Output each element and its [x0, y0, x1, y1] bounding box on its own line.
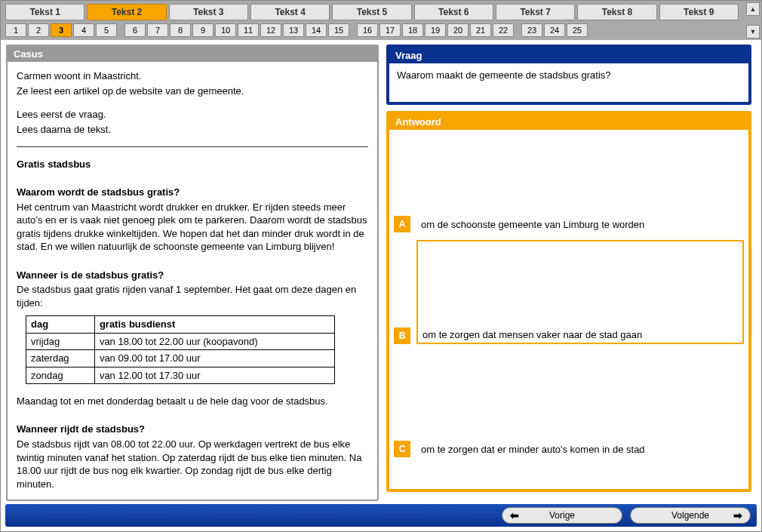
vraag-panel: Vraag Waarom maakt de gemeente de stadsb…	[386, 45, 751, 105]
article-heading: Waarom wordt de stadsbus gratis?	[17, 186, 180, 198]
num-tab[interactable]: 21	[470, 23, 491, 37]
content-area: Casus Carmen woont in Maastricht. Ze lee…	[1, 40, 761, 492]
prev-button[interactable]: ⬅ Vorige	[502, 507, 622, 524]
table-cell: van 09.00 tot 17.00 uur	[94, 350, 334, 367]
casus-body: Carmen woont in Maastricht. Ze leest een…	[8, 62, 377, 500]
num-tab[interactable]: 23	[521, 23, 542, 37]
num-tab[interactable]: 22	[493, 23, 514, 37]
article-paragraph: De stadsbus rijdt van 08.00 tot 22.00 uu…	[17, 438, 368, 490]
num-tab[interactable]: 17	[379, 23, 401, 37]
casus-text: Ze leest een artikel op de website van d…	[17, 85, 368, 98]
app-window: Tekst 1 Tekst 2 Tekst 3 Tekst 4 Tekst 5 …	[0, 0, 762, 532]
num-tab[interactable]: 10	[215, 23, 236, 37]
casus-header: Casus	[8, 46, 377, 62]
table-cell: van 18.00 tot 22.00 uur (koopavond)	[94, 333, 334, 350]
option-text: om te zorgen dat er minder auto's komen …	[416, 441, 744, 457]
table-cell: van 12.00 tot 17.30 uur	[94, 367, 334, 384]
article-paragraph: Maandag tot en met donderdag betaalt u d…	[17, 395, 368, 408]
text-tabs-row: Tekst 1 Tekst 2 Tekst 3 Tekst 4 Tekst 5 …	[5, 4, 757, 20]
num-tab[interactable]: 24	[544, 23, 565, 37]
table-row: zondag van 12.00 tot 17.30 uur	[26, 367, 335, 384]
num-tab[interactable]: 7	[147, 23, 168, 37]
table-cell: zondag	[26, 367, 95, 384]
tab-scroll-down-icon[interactable]: ▼	[746, 25, 760, 38]
antwoord-header: Antwoord	[389, 114, 748, 130]
casus-text: Lees eerst de vraag.	[17, 108, 368, 121]
next-label: Volgende	[671, 510, 709, 521]
table-cell: zaterdag	[26, 350, 95, 367]
article-paragraph: De stadsbus gaat gratis rijden vanaf 1 s…	[17, 283, 368, 309]
num-tab[interactable]: 19	[425, 23, 446, 37]
arrow-right-icon: ➡	[733, 509, 742, 521]
text-tab-2[interactable]: Tekst 2	[87, 4, 166, 20]
num-tab[interactable]: 13	[283, 23, 304, 37]
text-tab-3[interactable]: Tekst 3	[169, 4, 248, 20]
num-tab[interactable]: 18	[402, 23, 423, 37]
text-tab-4[interactable]: Tekst 4	[250, 4, 330, 20]
tab-scroll: ▲ ▼	[746, 2, 760, 38]
article-title: Gratis stadsbus	[17, 158, 91, 170]
vraag-body: Waarom maakt de gemeente de stadsbus gra…	[389, 63, 748, 102]
article-paragraph: Het centrum van Maastricht wordt drukker…	[17, 201, 368, 254]
num-tab[interactable]: 3	[51, 23, 72, 37]
top-navigation: Tekst 1 Tekst 2 Tekst 3 Tekst 4 Tekst 5 …	[1, 1, 761, 40]
option-text: om te zorgen dat mensen vaker naar de st…	[418, 327, 647, 343]
num-tab[interactable]: 15	[328, 23, 349, 37]
text-tab-5[interactable]: Tekst 5	[332, 4, 411, 20]
num-tab[interactable]: 8	[170, 23, 191, 37]
casus-text: Lees daarna de tekst.	[17, 123, 368, 137]
table-row: vrijdag van 18.00 tot 22.00 uur (koopavo…	[26, 333, 335, 350]
num-tab[interactable]: 16	[357, 23, 378, 37]
option-text: om de schoonste gemeente van Limburg te …	[416, 217, 744, 232]
next-button[interactable]: Volgende ➡	[630, 507, 751, 524]
num-tab[interactable]: 11	[238, 23, 259, 37]
tab-scroll-up-icon[interactable]: ▲	[746, 2, 760, 16]
right-column: Vraag Waarom maakt de gemeente de stadsb…	[386, 45, 751, 492]
num-tab[interactable]: 1	[5, 23, 26, 37]
option-letter: A	[394, 216, 410, 232]
num-tab[interactable]: 5	[96, 23, 117, 37]
num-tab[interactable]: 25	[567, 23, 588, 37]
num-tab[interactable]: 9	[192, 23, 214, 37]
option-letter: C	[394, 441, 410, 457]
answer-options: A om de schoonste gemeente van Limburg t…	[394, 136, 744, 483]
text-tab-9[interactable]: Tekst 9	[659, 4, 739, 20]
bus-table: dag gratis busdienst vrijdag van 18.00 t…	[26, 315, 335, 384]
option-letter: B	[394, 328, 410, 344]
num-tab[interactable]: 14	[306, 23, 327, 37]
arrow-left-icon: ⬅	[510, 509, 519, 521]
table-cell: vrijdag	[26, 333, 95, 350]
table-header: dag	[26, 316, 95, 334]
casus-panel: Casus Carmen woont in Maastricht. Ze lee…	[6, 45, 379, 501]
left-column: Casus Carmen woont in Maastricht. Ze lee…	[6, 45, 379, 492]
table-header: gratis busdienst	[94, 316, 334, 334]
antwoord-body: A om de schoonste gemeente van Limburg t…	[389, 130, 748, 489]
text-tab-1[interactable]: Tekst 1	[5, 4, 84, 20]
antwoord-panel: Antwoord A om de schoonste gemeente van …	[386, 111, 751, 492]
divider	[17, 146, 368, 147]
num-tab[interactable]: 4	[73, 23, 94, 37]
table-row: zaterdag van 09.00 tot 17.00 uur	[26, 350, 335, 367]
num-tab[interactable]: 20	[447, 23, 469, 37]
vraag-text: Waarom maakt de gemeente de stadsbus gra…	[397, 69, 611, 81]
article-heading: Wanneer rijdt de stadsbus?	[17, 423, 145, 435]
num-tab[interactable]: 12	[260, 23, 281, 37]
number-tabs-row: 1 2 3 4 5 6 7 8 9 10 11 12 13 14 15 16 1…	[5, 23, 757, 37]
num-tab[interactable]: 2	[28, 23, 49, 37]
num-tab[interactable]: 6	[124, 23, 146, 37]
text-tab-6[interactable]: Tekst 6	[414, 4, 493, 20]
answer-option-c[interactable]: C om te zorgen dat er minder auto's kome…	[394, 441, 744, 457]
bottom-bar: ⬅ Vorige Volgende ➡	[5, 504, 757, 527]
prev-label: Vorige	[549, 510, 575, 521]
text-tab-8[interactable]: Tekst 8	[577, 4, 656, 20]
article-heading: Wanneer is de stadsbus gratis?	[17, 269, 164, 281]
vraag-header: Vraag	[389, 48, 748, 63]
answer-option-a[interactable]: A om de schoonste gemeente van Limburg t…	[394, 216, 744, 232]
casus-text: Carmen woont in Maastricht.	[17, 69, 368, 83]
answer-option-b[interactable]: B om te zorgen dat mensen vaker naar de …	[394, 240, 744, 344]
text-tab-7[interactable]: Tekst 7	[496, 4, 575, 20]
